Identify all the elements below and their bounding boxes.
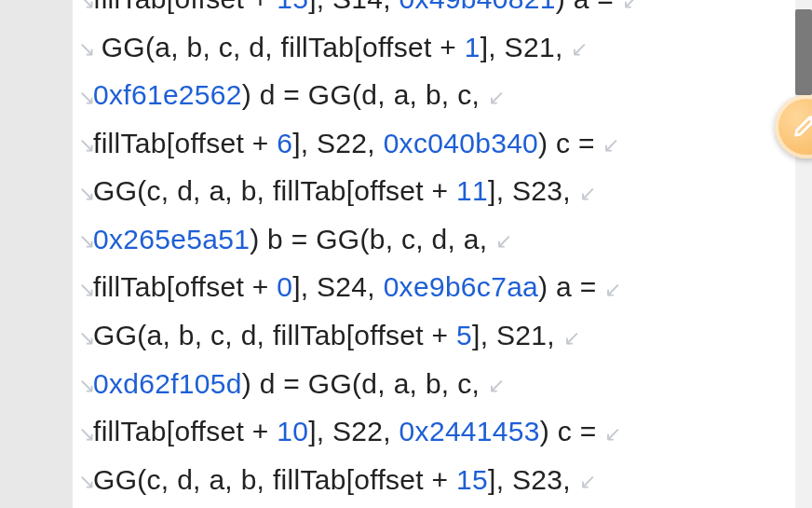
code-number: 6 <box>277 128 292 158</box>
wrap-marker-icon <box>488 363 503 408</box>
code-text: ) d = GG(d, a, b, c, <box>242 79 488 110</box>
source-code[interactable]: fillTab[offset + 15], S14, 0x49b40821) a… <box>78 0 784 504</box>
code-text: ], S24, <box>292 271 383 302</box>
wrap-marker-icon <box>78 459 93 504</box>
wrap-marker-icon <box>622 0 637 24</box>
wrap-marker-icon <box>563 315 578 361</box>
wrap-marker-icon <box>78 363 93 408</box>
code-text: GG(a, b, c, d, fillTab[offset + <box>93 320 456 350</box>
wrap-marker-icon <box>78 315 93 361</box>
code-text: ], S21, <box>480 32 571 62</box>
code-text: GG(c, d, a, b, fillTab[offset + <box>93 464 456 495</box>
code-text: fillTab[offset + <box>93 416 277 446</box>
code-editor-panel[interactable]: fillTab[offset + 15], S14, 0x49b40821) a… <box>73 0 795 508</box>
code-text: ], S21, <box>472 320 562 350</box>
scrollbar-thumb[interactable] <box>795 9 812 95</box>
code-text: ) a = <box>538 271 604 302</box>
code-text: ) c = <box>540 416 604 446</box>
code-hex: 0x49b40821 <box>399 0 556 14</box>
code-hex: 0xf61e2562 <box>93 79 242 110</box>
wrap-marker-icon <box>495 218 510 264</box>
code-text: ], S22, <box>308 416 399 446</box>
code-hex: 0xd62f105d <box>93 368 242 399</box>
code-hex: 0xc040b340 <box>384 128 538 158</box>
wrap-marker-icon <box>604 411 619 457</box>
code-number: 1 <box>465 32 480 62</box>
code-text: ], S14, <box>308 0 399 14</box>
wrap-marker-icon <box>78 122 93 168</box>
code-text: ], S23, <box>488 464 578 495</box>
code-number: 15 <box>277 0 308 14</box>
wrap-marker-icon <box>571 26 586 72</box>
wrap-marker-icon <box>604 267 619 312</box>
code-number: 5 <box>456 320 472 350</box>
code-text: fillTab[offset + <box>93 0 277 14</box>
code-text: ) a = <box>556 0 622 14</box>
wrap-marker-icon <box>78 26 93 72</box>
wrap-marker-icon <box>78 0 93 24</box>
scrollbar-track[interactable] <box>795 0 812 508</box>
wrap-marker-icon <box>78 75 93 120</box>
code-text: ) b = GG(b, c, d, a, <box>250 224 495 254</box>
code-number: 0 <box>277 271 292 302</box>
wrap-marker-icon <box>579 171 594 216</box>
wrap-marker-icon <box>78 411 93 457</box>
code-number: 11 <box>456 175 488 206</box>
code-text: ) c = <box>538 128 602 158</box>
code-number: 10 <box>277 416 308 446</box>
code-hex: 0x265e5a51 <box>93 224 250 254</box>
code-number: 15 <box>456 464 488 495</box>
code-text: fillTab[offset + <box>93 271 277 302</box>
pencil-icon <box>792 111 812 143</box>
code-hex: 0x2441453 <box>399 416 540 446</box>
code-hex: 0xe9b6c7aa <box>384 271 538 302</box>
code-text: ], S22, <box>292 128 383 158</box>
code-text: GG(c, d, a, b, fillTab[offset + <box>93 175 456 206</box>
code-text: ], S23, <box>488 175 578 206</box>
wrap-marker-icon <box>602 122 617 168</box>
code-text: GG(a, b, c, d, fillTab[offset + <box>102 32 465 62</box>
wrap-marker-icon <box>78 218 93 264</box>
code-text: ) d = GG(d, a, b, c, <box>242 368 488 399</box>
wrap-marker-icon <box>78 267 93 312</box>
code-text: fillTab[offset + <box>93 128 277 158</box>
wrap-marker-icon <box>488 75 503 120</box>
wrap-marker-icon <box>579 459 594 504</box>
wrap-marker-icon <box>78 171 93 216</box>
